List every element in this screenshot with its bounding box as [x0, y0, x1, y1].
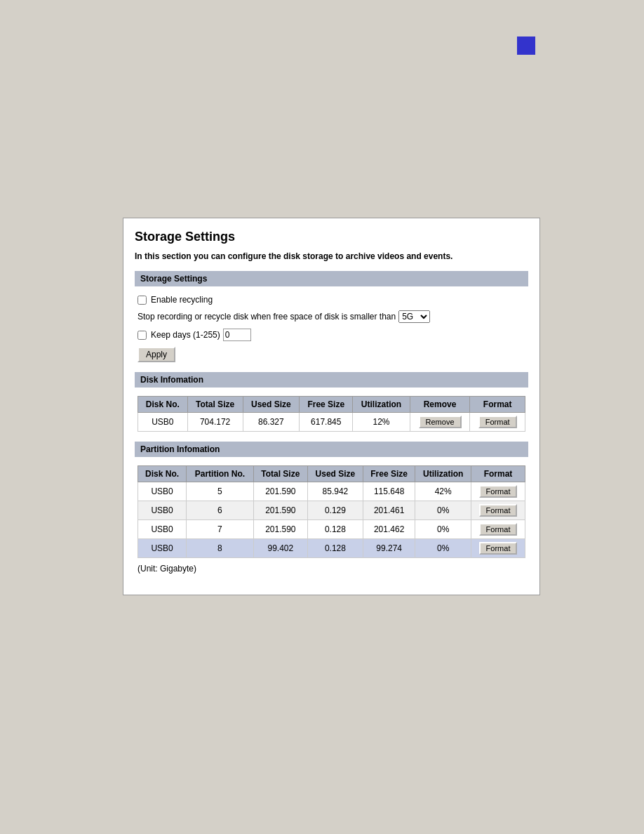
part-row-partno: 7 [187, 520, 254, 539]
partition-table-row: USB0 6 201.590 0.129 201.461 0% Format [138, 501, 525, 520]
disk-row-utilization: 12% [353, 413, 410, 432]
partition-information-table: Disk No. Partition No. Total Size Used S… [137, 465, 525, 558]
partition-table-row: USB0 7 201.590 0.128 201.462 0% Format [138, 520, 525, 539]
part-row-format: Format [471, 482, 525, 501]
part-row-freesize: 201.462 [363, 520, 415, 539]
part-row-partno: 6 [187, 501, 254, 520]
part-row-usedsize: 0.128 [307, 539, 363, 558]
apply-button[interactable]: Apply [137, 347, 175, 362]
partition-table-header-row: Disk No. Partition No. Total Size Used S… [138, 466, 525, 482]
disk-table-header-row: Disk No. Total Size Used Size Free Size … [138, 397, 525, 413]
disk-row-diskno: USB0 [138, 413, 188, 432]
disk-row-freesize: 617.845 [300, 413, 353, 432]
storage-settings-panel: Storage Settings In this section you can… [123, 218, 540, 595]
page-title: Storage Settings [135, 230, 528, 244]
part-row-partno: 8 [187, 539, 254, 558]
remove-button[interactable]: Remove [419, 416, 462, 428]
part-row-usedsize: 0.129 [307, 501, 363, 520]
part-col-usedsize: Used Size [307, 466, 363, 482]
recycle-text: Stop recording or recycle disk when free… [137, 312, 396, 322]
page-description: In this section you can configure the di… [135, 251, 528, 261]
part-row-format: Format [471, 539, 525, 558]
recycle-threshold-row: Stop recording or recycle disk when free… [137, 310, 525, 323]
format-button[interactable]: Format [479, 485, 518, 498]
part-col-freesize: Free Size [363, 466, 415, 482]
disk-col-remove: Remove [410, 397, 470, 413]
format-button[interactable]: Format [478, 416, 517, 428]
unit-note: (Unit: Gigabyte) [137, 564, 525, 574]
part-row-format: Format [471, 520, 525, 539]
part-row-utilization: 42% [415, 482, 471, 501]
part-row-utilization: 0% [415, 520, 471, 539]
disk-information-header: Disk Infomation [135, 372, 528, 388]
part-row-format: Format [471, 501, 525, 520]
part-col-totalsize: Total Size [253, 466, 307, 482]
part-col-diskno: Disk No. [138, 466, 187, 482]
disk-row-remove: Remove [410, 413, 470, 432]
part-row-utilization: 0% [415, 539, 471, 558]
part-row-diskno: USB0 [138, 520, 187, 539]
part-row-totalsize: 201.590 [253, 482, 307, 501]
disk-table-row: USB0 704.172 86.327 617.845 12% Remove F… [138, 413, 525, 432]
partition-table-row: USB0 8 99.402 0.128 99.274 0% Format [138, 539, 525, 558]
part-col-utilization: Utilization [415, 466, 471, 482]
keep-days-label: Keep days (1-255) [151, 330, 220, 340]
part-row-freesize: 115.648 [363, 482, 415, 501]
disk-col-totalsize: Total Size [187, 397, 243, 413]
format-button[interactable]: Format [479, 504, 518, 517]
part-row-diskno: USB0 [138, 482, 187, 501]
part-row-partno: 5 [187, 482, 254, 501]
part-row-freesize: 99.274 [363, 539, 415, 558]
storage-settings-header: Storage Settings [135, 271, 528, 286]
partition-information-table-wrapper: Disk No. Partition No. Total Size Used S… [135, 465, 528, 574]
disk-row-totalsize: 704.172 [187, 413, 243, 432]
disk-information-table: Disk No. Total Size Used Size Free Size … [137, 396, 525, 432]
storage-settings-area: Enable recycling Stop recording or recyc… [135, 295, 528, 362]
part-row-totalsize: 201.590 [253, 520, 307, 539]
format-button[interactable]: Format [479, 542, 518, 555]
partition-information-header: Partition Infomation [135, 442, 528, 457]
enable-recycling-checkbox[interactable] [137, 296, 147, 305]
part-row-totalsize: 99.402 [253, 539, 307, 558]
part-row-freesize: 201.461 [363, 501, 415, 520]
disk-col-format: Format [470, 397, 525, 413]
part-row-diskno: USB0 [138, 501, 187, 520]
part-row-utilization: 0% [415, 501, 471, 520]
disk-col-usedsize: Used Size [243, 397, 300, 413]
disk-col-freesize: Free Size [300, 397, 353, 413]
part-col-format: Format [471, 466, 525, 482]
disk-row-usedsize: 86.327 [243, 413, 300, 432]
recycle-size-select[interactable]: 1G 2G 3G 5G 10G [398, 310, 430, 323]
partition-table-row: USB0 5 201.590 85.942 115.648 42% Format [138, 482, 525, 501]
part-row-usedsize: 0.128 [307, 520, 363, 539]
part-col-partno: Partition No. [187, 466, 254, 482]
keep-days-checkbox[interactable] [137, 331, 147, 340]
disk-information-table-wrapper: Disk No. Total Size Used Size Free Size … [135, 396, 528, 432]
blue-square-indicator [517, 37, 535, 55]
part-row-totalsize: 201.590 [253, 501, 307, 520]
keep-days-input[interactable] [223, 329, 251, 341]
keep-days-row: Keep days (1-255) [137, 329, 525, 341]
disk-row-format: Format [470, 413, 525, 432]
part-row-usedsize: 85.942 [307, 482, 363, 501]
disk-col-diskno: Disk No. [138, 397, 188, 413]
format-button[interactable]: Format [479, 523, 518, 536]
part-row-diskno: USB0 [138, 539, 187, 558]
disk-col-utilization: Utilization [353, 397, 410, 413]
enable-recycling-row: Enable recycling [137, 295, 525, 305]
enable-recycling-label: Enable recycling [151, 295, 213, 305]
